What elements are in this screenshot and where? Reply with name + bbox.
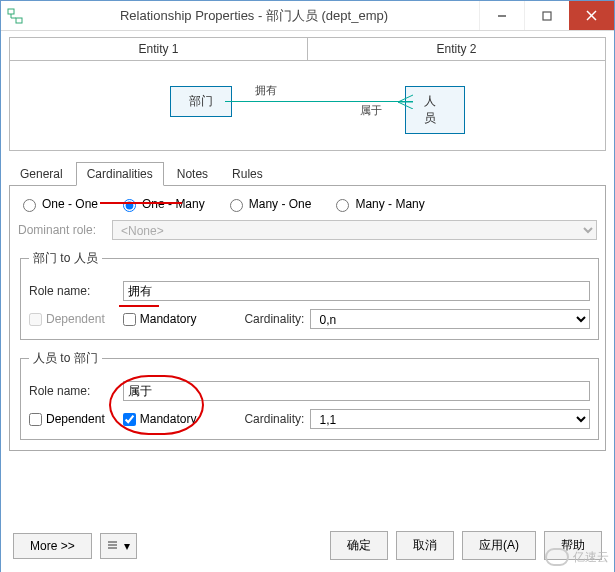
- minimize-button[interactable]: [479, 1, 524, 30]
- cardinality-a-select[interactable]: 0,n: [310, 309, 590, 329]
- dependent-a-label: Dependent: [46, 312, 105, 326]
- apply-button[interactable]: 应用(A): [462, 531, 536, 560]
- more-button[interactable]: More >>: [13, 533, 92, 559]
- annotation-underline-role-a: [119, 305, 159, 307]
- section-a-legend: 部门 to 人员: [29, 250, 102, 267]
- tab-rules[interactable]: Rules: [221, 162, 274, 186]
- rolename-b-input[interactable]: [123, 381, 590, 401]
- footer-buttons: More >> ▾ 确定 取消 应用(A) 帮助: [9, 531, 606, 564]
- section-b: 人员 to 部门 Role name: Dependent Mandatory …: [20, 350, 599, 440]
- tab-strip: General Cardinalities Notes Rules: [9, 161, 606, 186]
- cardinality-b-select[interactable]: 1,1: [310, 409, 590, 429]
- window-controls: [479, 1, 614, 30]
- content-area: Entity 1 Entity 2 部门 人员 拥有 属于 General Ca…: [1, 31, 614, 572]
- entity1-header: Entity 1: [10, 38, 307, 60]
- dominant-role-row: Dominant role: <None>: [18, 220, 597, 240]
- dependent-a-checkbox: [29, 313, 42, 326]
- relation-label-left: 拥有: [255, 83, 277, 98]
- radio-one-many[interactable]: One - Many: [118, 196, 205, 212]
- section-b-legend: 人员 to 部门: [29, 350, 102, 367]
- cardinality-a-label: Cardinality:: [244, 312, 304, 326]
- crowsfoot-icon: [398, 94, 413, 109]
- window-title: Relationship Properties - 部门人员 (dept_emp…: [29, 7, 479, 25]
- mandatory-a-label: Mandatory: [140, 312, 197, 326]
- dependent-b-checkbox[interactable]: [29, 413, 42, 426]
- dependent-b-label: Dependent: [46, 412, 105, 426]
- cardinality-b-label: Cardinality:: [244, 412, 304, 426]
- svg-rect-1: [16, 18, 22, 23]
- mandatory-a-checkbox[interactable]: [123, 313, 136, 326]
- app-icon: [1, 8, 29, 24]
- titlebar: Relationship Properties - 部门人员 (dept_emp…: [1, 1, 614, 31]
- tab-cardinalities[interactable]: Cardinalities: [76, 162, 164, 186]
- relation-label-right: 属于: [360, 103, 382, 118]
- tab-notes[interactable]: Notes: [166, 162, 219, 186]
- menu-button[interactable]: ▾: [100, 533, 137, 559]
- watermark: 亿速云: [545, 548, 609, 566]
- entity2-header: Entity 2: [307, 38, 605, 60]
- svg-rect-3: [543, 12, 551, 20]
- entity-box-left[interactable]: 部门: [170, 86, 232, 117]
- entity-header: Entity 1 Entity 2: [9, 37, 606, 61]
- radio-many-many[interactable]: Many - Many: [331, 196, 424, 212]
- mandatory-b-checkbox[interactable]: [123, 413, 136, 426]
- rolename-a-label: Role name:: [29, 284, 117, 298]
- mandatory-b-label: Mandatory: [140, 412, 197, 426]
- radio-one-one[interactable]: One - One: [18, 196, 98, 212]
- rolename-a-input[interactable]: [123, 281, 590, 301]
- dialog-window: Relationship Properties - 部门人员 (dept_emp…: [0, 0, 615, 572]
- radio-many-one[interactable]: Many - One: [225, 196, 312, 212]
- cardinalities-panel: One - One One - Many Many - One Many - M…: [9, 186, 606, 451]
- relationship-line: [225, 101, 413, 102]
- section-a: 部门 to 人员 Role name: Dependent Mandatory …: [20, 250, 599, 340]
- rolename-b-label: Role name:: [29, 384, 117, 398]
- dominant-role-select: <None>: [112, 220, 597, 240]
- svg-rect-0: [8, 9, 14, 14]
- cardinality-type-radios: One - One One - Many Many - One Many - M…: [18, 196, 597, 212]
- relationship-diagram: 部门 人员 拥有 属于: [9, 61, 606, 151]
- maximize-button[interactable]: [524, 1, 569, 30]
- close-button[interactable]: [569, 1, 614, 30]
- watermark-icon: [545, 548, 569, 566]
- cancel-button[interactable]: 取消: [396, 531, 454, 560]
- ok-button[interactable]: 确定: [330, 531, 388, 560]
- dominant-role-label: Dominant role:: [18, 223, 106, 237]
- entity-box-right[interactable]: 人员: [405, 86, 465, 134]
- tab-general[interactable]: General: [9, 162, 74, 186]
